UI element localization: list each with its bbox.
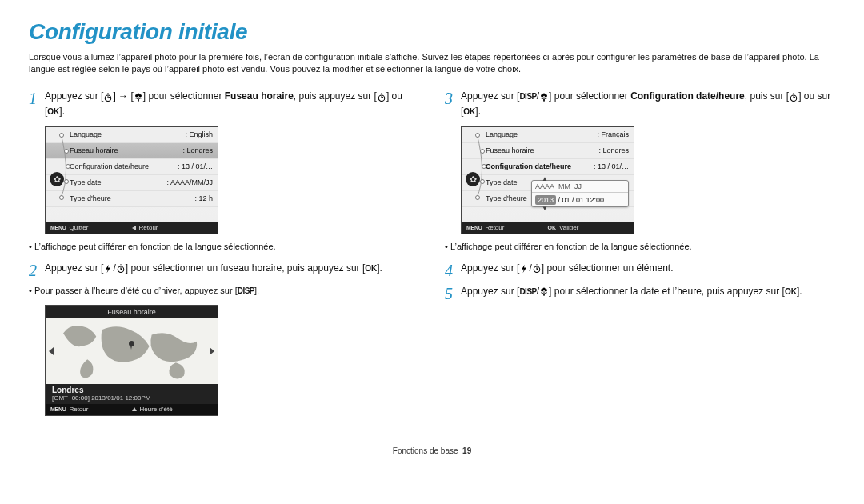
step-3-body: Appuyez sur [DISP/] pour sélectionner Co… (461, 90, 835, 118)
menu-row-datetime[interactable]: Configuration date/heure13 / 01/… (462, 159, 634, 175)
step-1-body: Appuyez sur [] → [] pour sélectionner Fu… (45, 90, 419, 118)
arrow-right-icon[interactable] (210, 347, 214, 355)
step-1: 1 Appuyez sur [] → [] pour sélectionner … (29, 90, 419, 118)
step-4-body: Appuyez sur [/] pour sélectionner un élé… (461, 262, 835, 278)
world-map (55, 318, 208, 384)
triangle-up-icon (132, 407, 137, 411)
step-2-body: Appuyez sur [/] pour sélectionner un fus… (45, 262, 419, 278)
softkey-back[interactable]: MENURetour (50, 406, 132, 413)
step-2: 2 Appuyez sur [/] pour sélectionner un f… (29, 262, 419, 278)
ok-icon: OK (548, 225, 557, 230)
map-pin-icon (129, 341, 134, 346)
disp-icon: DISP (238, 286, 254, 295)
step-4: 4 Appuyez sur [/] pour sélectionner un é… (445, 262, 835, 278)
step-5-body: Appuyez sur [DISP/] pour sélectionner la… (461, 285, 835, 302)
menu-icon: MENU (50, 225, 66, 230)
intro-text: Lorsque vous allumez l’appareil photo po… (29, 51, 835, 75)
menu-row-language[interactable]: LanguageEnglish (46, 127, 218, 143)
timer-icon (103, 90, 113, 104)
ok-icon: OK (463, 107, 475, 116)
menu-row-language[interactable]: LanguageFrançais (462, 127, 634, 143)
menu-row-timetype[interactable]: Type d'heure12 h (46, 191, 218, 207)
column-left: 1 Appuyez sur [] → [] pour sélectionner … (29, 90, 419, 419)
page-footer: Fonctions de base 19 (29, 446, 835, 455)
menu-icon: MENU (466, 225, 482, 230)
step-3: 3 Appuyez sur [DISP/] pour sélectionner … (445, 90, 835, 118)
macro-icon (539, 90, 549, 104)
step-5: 5 Appuyez sur [DISP/] pour sélectionner … (445, 285, 835, 302)
page-title: Configuration initiale (29, 19, 835, 45)
ok-icon: OK (785, 287, 797, 296)
svg-point-14 (542, 288, 545, 290)
timer-icon (377, 90, 386, 104)
macro-icon (539, 286, 549, 299)
svg-point-9 (542, 94, 545, 96)
date-popup-year[interactable]: 2013 (535, 195, 556, 205)
timezone-title: Fuseau horaire (46, 306, 218, 318)
step-1-number: 1 (29, 90, 45, 118)
step-2-number: 2 (29, 262, 45, 278)
step-3-note: L’affichage peut différer en fonction de… (445, 241, 835, 253)
menu-row-datetime[interactable]: Configuration date/heure13 / 01/… (46, 159, 218, 175)
step-4-number: 4 (445, 262, 461, 278)
softkey-back[interactable]: Retour (132, 224, 214, 231)
softkey-validate[interactable]: OKValider (548, 224, 630, 231)
chevron-down-icon: ▼ (542, 205, 548, 212)
macro-icon (134, 90, 143, 104)
column-right: 3 Appuyez sur [DISP/] pour sélectionner … (445, 90, 835, 419)
triangle-left-icon (132, 226, 136, 230)
softkey-back[interactable]: MENURetour (466, 224, 548, 231)
columns: 1 Appuyez sur [] → [] pour sélectionner … (29, 90, 835, 419)
timezone-location: Londres (46, 384, 218, 394)
timezone-gmt: [GMT+00:00] 2013/01/01 12:00PM (46, 394, 218, 404)
menu-row-datetype[interactable]: Type dateAAAA/MM/JJ (46, 175, 218, 191)
arrow-left-icon[interactable] (49, 347, 54, 355)
svg-point-3 (137, 94, 139, 96)
ok-icon: OK (47, 107, 59, 116)
gear-icon: ✿ (466, 172, 480, 186)
timer-icon (789, 90, 798, 104)
gear-icon: ✿ (50, 172, 64, 186)
step-5-number: 5 (445, 285, 461, 302)
timer-icon (532, 262, 542, 276)
step-1-note: L’affichage peut différer en fonction de… (29, 241, 419, 253)
softkey-dst[interactable]: Heure d'été (132, 406, 214, 413)
flash-icon (103, 262, 113, 276)
menu-row-timezone[interactable]: Fuseau horaireLondres (46, 143, 218, 159)
timer-icon (116, 262, 126, 276)
chevron-up-icon: ▲ (542, 175, 548, 182)
disp-icon: DISP (519, 287, 536, 296)
ok-icon: OK (365, 264, 377, 273)
camera-screen-1: ✿ LanguageEnglish Fuseau horaireLondres … (45, 126, 218, 234)
menu-row-timezone[interactable]: Fuseau horaireLondres (462, 143, 634, 159)
camera-screen-timezone: Fuseau horaire Londres [GMT+00:00] 2013/… (45, 305, 218, 416)
disp-icon: DISP (519, 92, 536, 101)
date-popup[interactable]: ▲ AAAA MM JJ 2013 / 01 / 01 12:00 ▼ (531, 180, 629, 207)
camera-bottom-bar: MENUQuitter Retour (46, 222, 218, 234)
step-2-note: Pour passer à l’heure d’été ou d’hiver, … (29, 285, 419, 297)
flash-icon (519, 262, 529, 276)
softkey-quit[interactable]: MENUQuitter (50, 224, 132, 231)
step-3-number: 3 (445, 90, 461, 118)
camera-screen-3: ✿ LanguageFrançais Fuseau horaireLondres… (461, 126, 634, 234)
menu-icon: MENU (50, 406, 66, 412)
